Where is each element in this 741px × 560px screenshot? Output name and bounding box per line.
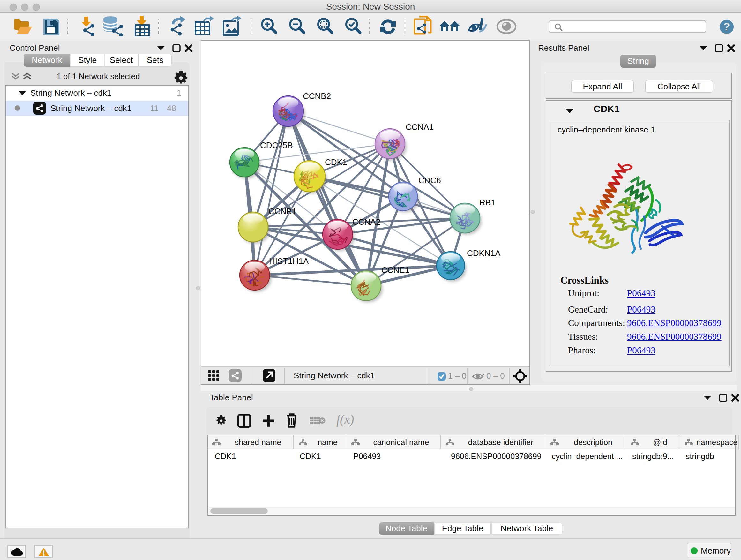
svg-text:CCNA2: CCNA2 (352, 217, 381, 227)
svg-text:HIST1H1A: HIST1H1A (269, 256, 309, 266)
svg-text:CCNE1: CCNE1 (381, 265, 409, 275)
svg-text:CCNA1: CCNA1 (406, 122, 434, 132)
svg-text:CCNB2: CCNB2 (303, 91, 331, 101)
svg-text:RB1: RB1 (479, 198, 495, 207)
svg-text:CDKN1A: CDKN1A (467, 248, 501, 258)
svg-text:CDK1: CDK1 (325, 158, 347, 167)
svg-text:CDC25B: CDC25B (260, 140, 293, 150)
svg-text:CCNB1: CCNB1 (268, 206, 296, 216)
svg-text:CDC6: CDC6 (418, 176, 441, 185)
